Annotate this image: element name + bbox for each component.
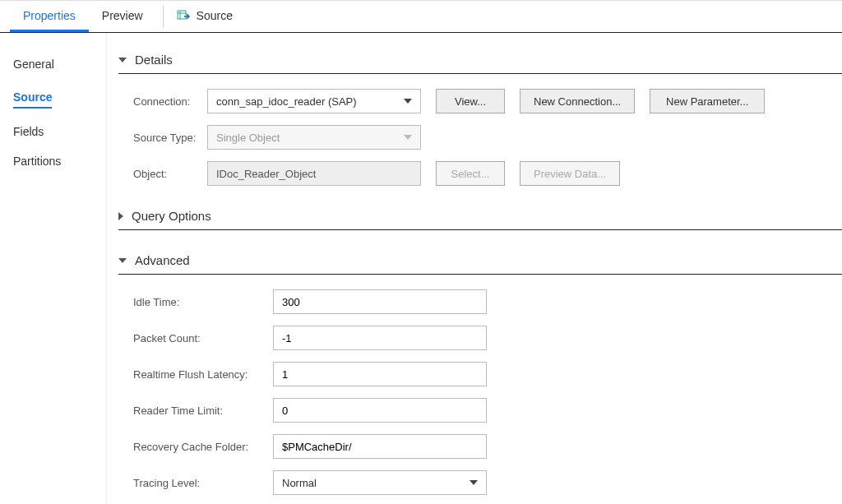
tab-separator (163, 6, 164, 27)
expand-icon (118, 258, 127, 263)
field-object: IDoc_Reader_Object (207, 161, 421, 186)
input-recovery-cache[interactable] (273, 434, 487, 459)
label-recovery-cache: Recovery Cache Folder: (133, 441, 273, 453)
tab-properties-label: Properties (23, 9, 76, 22)
content-area: Details Connection: conn_sap_idoc_reader… (107, 33, 842, 504)
tab-source-label: Source (197, 9, 233, 22)
section-title: Query Options (132, 209, 211, 223)
dropdown-source-type: Single Object (207, 125, 421, 150)
top-tab-bar: Properties Preview Source (0, 0, 842, 33)
expand-icon (118, 58, 127, 62)
section-body-details: Connection: conn_sap_idoc_reader (SAP) V… (118, 89, 842, 186)
dropdown-connection[interactable]: conn_sap_idoc_reader (SAP) (207, 89, 421, 113)
dropdown-source-type-value: Single Object (216, 132, 280, 144)
tab-preview[interactable]: Preview (89, 1, 156, 32)
input-packet-count[interactable] (273, 326, 487, 350)
row-recovery-cache: Recovery Cache Folder: (118, 434, 842, 459)
row-tracing-level: Tracing Level: Normal (118, 470, 842, 495)
view-button[interactable]: View... (436, 89, 505, 113)
label-source-type: Source Type: (133, 132, 207, 144)
section-details: Details Connection: conn_sap_idoc_reader… (118, 49, 842, 186)
tab-properties[interactable]: Properties (10, 1, 89, 32)
side-nav: General Source Fields Partitions (0, 33, 107, 504)
section-title: Details (135, 53, 173, 67)
dropdown-connection-value: conn_sap_idoc_reader (SAP) (216, 95, 357, 108)
collapse-icon (118, 212, 123, 220)
label-packet-count: Packet Count: (133, 332, 273, 344)
row-idle-time: Idle Time: (118, 289, 842, 314)
label-connection: Connection: (133, 95, 207, 108)
section-query-options: Query Options (118, 206, 842, 230)
section-title: Advanced (135, 253, 190, 267)
label-flush-latency: Realtime Flush Latency: (133, 368, 273, 381)
tab-source[interactable]: Source (170, 1, 246, 32)
chevron-down-icon (470, 480, 478, 485)
sidebar-item-general[interactable]: General (13, 49, 106, 79)
section-body-advanced: Idle Time: Packet Count: Realtime Flush … (118, 289, 842, 495)
new-connection-button[interactable]: New Connection... (520, 89, 635, 113)
sidebar-item-source[interactable]: Source (13, 87, 52, 109)
label-reader-time-limit: Reader Time Limit: (133, 405, 273, 417)
sidebar-item-label: Partitions (13, 155, 61, 168)
input-reader-time-limit[interactable] (273, 398, 487, 423)
new-parameter-button[interactable]: New Parameter... (650, 89, 765, 113)
sidebar-item-label: Fields (13, 125, 44, 138)
chevron-down-icon (404, 135, 412, 140)
dropdown-tracing-level[interactable]: Normal (273, 470, 487, 495)
row-packet-count: Packet Count: (118, 326, 842, 350)
section-header-query-options[interactable]: Query Options (118, 206, 842, 230)
row-source-type: Source Type: Single Object (118, 125, 842, 150)
input-flush-latency[interactable] (273, 362, 487, 386)
sidebar-item-fields[interactable]: Fields (13, 117, 106, 146)
source-icon (177, 9, 190, 22)
sidebar-item-label: General (13, 58, 54, 71)
label-object: Object: (133, 168, 207, 180)
preview-data-button: Preview Data... (520, 161, 620, 186)
dropdown-tracing-level-value: Normal (282, 477, 317, 489)
chevron-down-icon (404, 99, 412, 104)
svg-rect-0 (178, 11, 186, 19)
sidebar-item-partitions[interactable]: Partitions (13, 146, 106, 176)
section-header-details[interactable]: Details (118, 49, 842, 74)
row-reader-time-limit: Reader Time Limit: (118, 398, 842, 423)
section-header-advanced[interactable]: Advanced (118, 250, 842, 275)
field-object-value: IDoc_Reader_Object (216, 168, 316, 180)
section-advanced: Advanced Idle Time: Packet Count: Realti… (118, 250, 842, 495)
label-idle-time: Idle Time: (133, 296, 273, 308)
row-object: Object: IDoc_Reader_Object Select... Pre… (118, 161, 842, 186)
input-idle-time[interactable] (273, 289, 487, 314)
row-connection: Connection: conn_sap_idoc_reader (SAP) V… (118, 89, 842, 113)
select-button: Select... (436, 161, 505, 186)
sidebar-item-label: Source (13, 90, 52, 104)
row-flush-latency: Realtime Flush Latency: (118, 362, 842, 386)
tab-preview-label: Preview (102, 9, 143, 22)
label-tracing-level: Tracing Level: (133, 477, 273, 489)
